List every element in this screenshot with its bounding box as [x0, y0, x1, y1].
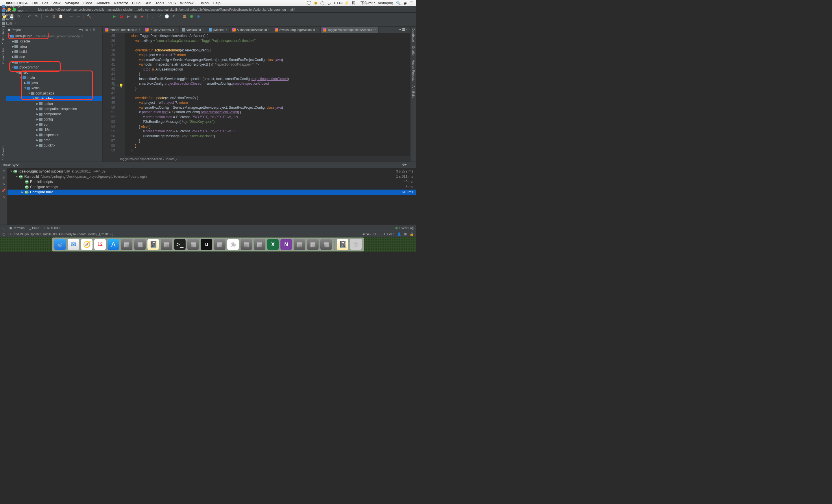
- dock-mail[interactable]: ✉: [68, 239, 79, 250]
- vcs-history-icon[interactable]: 🕐: [164, 14, 170, 19]
- dock-notes[interactable]: 📓: [337, 239, 348, 250]
- tree-item[interactable]: ▶config: [6, 117, 102, 122]
- structure-icon[interactable]: ▦: [182, 14, 187, 19]
- debug-icon[interactable]: 🐞: [119, 14, 124, 19]
- profile-icon[interactable]: ◉: [132, 14, 138, 19]
- editor-tab[interactable]: SwitchLanguageAction.kt×: [272, 27, 320, 33]
- build-hide-icon[interactable]: —: [410, 163, 413, 166]
- menu-fusion[interactable]: Fusion: [198, 1, 209, 5]
- menu-file[interactable]: File: [32, 1, 38, 5]
- file-encoding[interactable]: UTF-8 ÷: [383, 232, 394, 236]
- settings-gear-icon[interactable]: ⚙: [93, 28, 96, 31]
- project-tool-button[interactable]: 1: Project: [1, 147, 5, 160]
- dock-appstore[interactable]: A: [107, 239, 119, 250]
- maven-tool-button[interactable]: Maven Projects: [412, 59, 415, 81]
- menu-code[interactable]: Code: [83, 1, 92, 5]
- todo-tab[interactable]: ✓ 6: TODO: [43, 226, 60, 230]
- editor-tab[interactable]: mmonExtensions.kt×: [103, 27, 143, 33]
- dock-generic[interactable]: ▦: [320, 239, 332, 250]
- tree-item[interactable]: ▶.gradle: [6, 39, 102, 44]
- tree-item[interactable]: ▶doc: [6, 54, 102, 59]
- breadcrumb-item[interactable]: idea-plugin〉: [2, 4, 29, 8]
- tree-item[interactable]: ▼p3c.idea: [6, 96, 102, 101]
- ali-inspect-icon[interactable]: ⬣: [188, 14, 194, 19]
- build-row[interactable]: OKConfigure settings5 ms: [7, 184, 416, 190]
- close-tab-icon[interactable]: ×: [316, 28, 318, 31]
- breadcrumb-item[interactable]: kotlin〉: [2, 21, 29, 25]
- vcs-revert-icon[interactable]: ↶: [171, 14, 177, 19]
- intention-bulb-icon[interactable]: 💡: [119, 83, 124, 88]
- tree-item[interactable]: ▶java: [6, 80, 102, 85]
- forward-icon[interactable]: →: [75, 14, 81, 19]
- menu-tools[interactable]: Tools: [156, 1, 164, 5]
- dock-excel[interactable]: X: [267, 239, 279, 250]
- code-editor[interactable]: class ToggleProjectInspectionAction : An…: [125, 33, 410, 156]
- spotlight-icon[interactable]: 🔍: [396, 1, 401, 5]
- project-view-title[interactable]: Project: [11, 28, 78, 31]
- gradle-tool-button[interactable]: Gradle: [412, 46, 415, 55]
- vcs-update-icon[interactable]: ↓: [150, 14, 156, 19]
- menu-analyze[interactable]: Analyze: [97, 1, 110, 5]
- editor-tab[interactable]: AliInspectionAction.kt×: [230, 27, 272, 33]
- hide-icon[interactable]: —: [98, 28, 101, 31]
- menu-run[interactable]: Run: [145, 1, 152, 5]
- menu-view[interactable]: View: [52, 1, 60, 5]
- dock-generic[interactable]: ▦: [307, 239, 318, 250]
- favorites-tool-button[interactable]: 2: Favorites: [1, 48, 5, 64]
- tree-item[interactable]: ▼src: [6, 70, 102, 75]
- coverage-icon[interactable]: ▶: [126, 14, 131, 19]
- build-tab[interactable]: ↕ Build: [29, 226, 39, 230]
- editor-tab[interactable]: ToggleProjectInspectionAction.kt×: [320, 27, 379, 33]
- dock-generic[interactable]: ▦: [121, 239, 132, 250]
- dock-generic[interactable]: ▦: [134, 239, 146, 250]
- lock-icon[interactable]: 🔒: [410, 232, 414, 236]
- tree-item[interactable]: ▶ep: [6, 122, 102, 127]
- close-tab-icon[interactable]: ×: [202, 28, 204, 31]
- tree-item[interactable]: ▶quickfix: [6, 143, 102, 148]
- user-name[interactable]: yinfuqing: [378, 1, 393, 5]
- dock-terminal[interactable]: >_: [174, 239, 186, 250]
- line-gutter[interactable]: 3536373839404142434445464748495051525354…: [103, 33, 117, 156]
- menu-build[interactable]: Build: [132, 1, 140, 5]
- tree-item[interactable]: ▶gradle: [6, 59, 102, 65]
- tree-item[interactable]: ▼com.alibaba: [6, 91, 102, 96]
- tree-item[interactable]: ▶compatible.inspection: [6, 106, 102, 111]
- line-separator[interactable]: LF ÷: [373, 232, 380, 236]
- editor-tab[interactable]: p3c.xml×: [206, 27, 230, 33]
- filter-icon[interactable]: ⊞: [2, 176, 5, 180]
- ali-toggle-icon[interactable]: ⊘: [196, 14, 201, 19]
- notifications-icon[interactable]: ☰: [410, 1, 413, 5]
- override-icon[interactable]: o↑ o↑: [113, 84, 120, 87]
- siri-icon[interactable]: ◉: [404, 1, 407, 5]
- memory-indicator[interactable]: ⊞: [404, 232, 407, 236]
- stop-icon[interactable]: ■: [139, 14, 145, 19]
- build-icon[interactable]: 🔨: [86, 14, 92, 19]
- cursor-position[interactable]: 48:45: [363, 232, 371, 236]
- build-tree[interactable]: ▼OKidea-plugin: synced successfullyat 20…: [7, 168, 416, 224]
- menu-navigate[interactable]: Navigate: [64, 1, 79, 5]
- menu-vcs[interactable]: VCS: [168, 1, 176, 5]
- editor-tab[interactable]: version.txt×: [180, 27, 206, 33]
- close-tab-icon[interactable]: ×: [375, 28, 376, 31]
- run-config-dropdown[interactable]: [93, 14, 110, 19]
- refresh-icon[interactable]: ↻: [2, 169, 5, 174]
- close-tab-icon[interactable]: ×: [138, 28, 140, 31]
- wechat-icon[interactable]: 💬: [307, 1, 311, 5]
- close-tab-icon[interactable]: ×: [175, 28, 177, 31]
- expand-icon[interactable]: ⇲: [2, 182, 5, 186]
- inspection-indicator[interactable]: 👤: [397, 232, 401, 236]
- wifi-icon[interactable]: ◡: [328, 1, 331, 5]
- project-tree[interactable]: ▼idea-plugin~/Desktop/mac_project/groovy…: [6, 33, 102, 162]
- tree-item[interactable]: ▶inspection: [6, 132, 102, 137]
- run-icon[interactable]: ▶: [111, 14, 118, 19]
- copy-icon[interactable]: ⧉: [51, 14, 57, 19]
- tree-item[interactable]: ▶action: [6, 101, 102, 106]
- bottom-left-icon[interactable]: ▢: [2, 226, 5, 230]
- build-row[interactable]: OKRun init scripts40 ms: [7, 179, 416, 184]
- editor-tab[interactable]: PluginVersions.kt×: [143, 27, 180, 33]
- battery-status[interactable]: 100% ⚡: [334, 1, 349, 5]
- tree-item[interactable]: ▶i18n: [6, 127, 102, 132]
- status-icon[interactable]: ▢: [2, 232, 5, 236]
- cut-icon[interactable]: ✂: [44, 14, 50, 19]
- dock-idea[interactable]: IJ: [201, 239, 212, 250]
